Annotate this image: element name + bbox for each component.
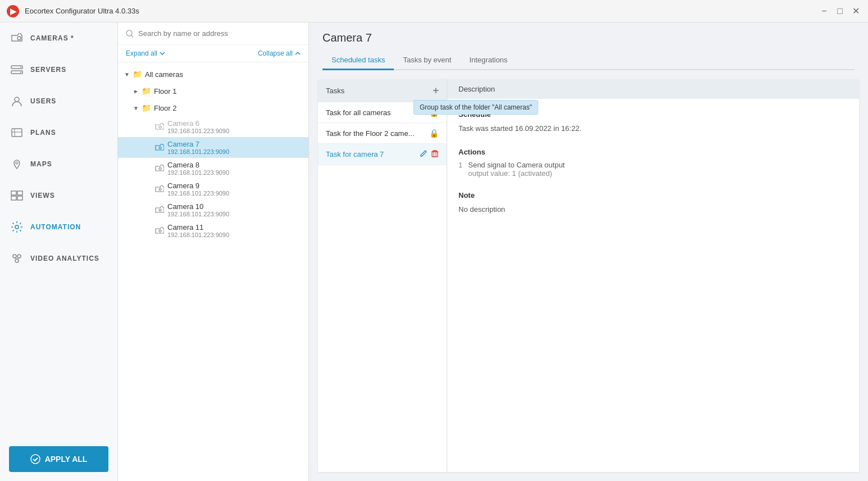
node-name-camera6: Camera 6 — [167, 119, 303, 128]
node-name-camera10: Camera 10 — [167, 202, 303, 211]
tab-scheduled-tasks[interactable]: Scheduled tasks — [322, 51, 394, 70]
svg-line-18 — [17, 258, 19, 259]
desc-section-actions: Actions 1 Send signal to Camera output o… — [458, 148, 848, 178]
task-item-camera7[interactable]: Task for camera 7 — [318, 144, 447, 165]
actions-title: Actions — [458, 148, 848, 156]
tree-panel: Expand all Collapse all ▼ 📁 All cameras — [118, 22, 309, 481]
svg-rect-9 — [11, 191, 16, 195]
desc-header: Description — [447, 79, 859, 99]
views-label: VIEWS — [30, 192, 55, 199]
svg-point-26 — [159, 209, 161, 211]
expand-all-label: Expand all — [126, 49, 157, 57]
tree-node-camera11[interactable]: Camera 11 192.168.101.223:9090 — [118, 220, 308, 241]
tree-actions: Expand all Collapse all — [118, 45, 308, 62]
sidebar-item-servers[interactable]: SERVERS — [0, 54, 117, 85]
app-title: Eocortex Configurator Ultra 4.0.33s — [25, 7, 813, 15]
node-name-floor2: Floor 2 — [154, 104, 303, 112]
tree-node-camera7[interactable]: Camera 7 192.168.101.223:9090 — [118, 137, 308, 158]
task-list-header: Tasks + — [318, 79, 447, 102]
sidebar-item-plans[interactable]: PLANS — [0, 117, 117, 148]
apply-all-label: APPLY ALL — [45, 455, 88, 464]
cameras-label: CAMERAS * — [30, 34, 74, 42]
expand-all-button[interactable]: Expand all — [126, 49, 165, 57]
minimize-button[interactable]: − — [819, 6, 830, 17]
node-name-camera11: Camera 11 — [167, 223, 303, 232]
expand-chevron-icon — [160, 51, 165, 56]
close-button[interactable]: ✕ — [850, 6, 861, 17]
tabs: Scheduled tasks Tasks by event Integrati… — [322, 51, 855, 70]
task-item-floor2[interactable]: Task for the Floor 2 came... 🔒 — [318, 123, 447, 144]
toggle-camera11 — [145, 226, 154, 235]
tree-node-all-cameras[interactable]: ▼ 📁 All cameras — [118, 66, 308, 83]
tree-node-floor1[interactable]: ► 📁 Floor 1 — [118, 83, 308, 99]
search-bar — [118, 22, 308, 45]
action-item-1: 1 Send signal to Camera output output va… — [458, 161, 848, 178]
svg-rect-5 — [12, 129, 22, 137]
collapse-all-button[interactable]: Collapse all — [258, 49, 301, 57]
svg-point-19 — [31, 455, 40, 464]
node-ip-camera10: 192.168.101.223:9090 — [167, 211, 303, 217]
search-input[interactable] — [138, 29, 301, 38]
task-panel: Tasks + Task for all cameras 🔒 Group tas… — [318, 79, 859, 472]
tree-node-camera10[interactable]: Camera 10 192.168.101.223:9090 — [118, 199, 308, 220]
svg-point-2 — [20, 67, 21, 68]
maximize-button[interactable]: □ — [834, 6, 846, 17]
folder-icon-all-cameras: 📁 — [131, 69, 143, 80]
desc-content: Schedule Task was started 16.09.2022 in … — [447, 99, 859, 472]
svg-rect-28 — [432, 152, 438, 157]
svg-rect-11 — [11, 196, 16, 200]
svg-line-21 — [131, 35, 133, 37]
svg-point-24 — [159, 167, 161, 170]
node-ip-camera11: 192.168.101.223:9090 — [167, 232, 303, 238]
sidebar-item-automation[interactable]: AUTOMATION — [0, 211, 117, 243]
svg-point-16 — [15, 259, 19, 262]
tree-node-camera6[interactable]: Camera 6 192.168.101.223:9090 — [118, 116, 308, 137]
toggle-all-cameras[interactable]: ▼ — [122, 70, 131, 79]
tasks-label: Tasks — [326, 87, 344, 95]
delete-task-button[interactable] — [431, 149, 439, 159]
page-title: Camera 7 — [322, 31, 855, 44]
lock-icon-floor2: 🔒 — [429, 129, 439, 138]
tab-integrations[interactable]: Integrations — [460, 51, 516, 70]
action-detail-text: output value: 1 (activated) — [468, 169, 565, 178]
camera11-icon — [154, 225, 165, 237]
tree-node-camera8[interactable]: Camera 8 192.168.101.223:9090 — [118, 158, 308, 179]
users-label: USERS — [30, 97, 56, 105]
svg-point-3 — [20, 72, 21, 73]
sidebar-item-views[interactable]: VIEWS — [0, 180, 117, 211]
sidebar-item-maps[interactable]: MAPS — [0, 148, 117, 180]
toggle-camera6 — [145, 122, 154, 131]
task-name-camera7: Task for camera 7 — [326, 150, 420, 158]
tree-node-camera9[interactable]: Camera 9 192.168.101.223:9090 — [118, 179, 308, 199]
camera10-icon — [154, 205, 165, 216]
svg-point-8 — [16, 162, 18, 164]
task-item-all-cameras[interactable]: Task for all cameras 🔒 Group task of the… — [318, 102, 447, 123]
content-area: Camera 7 Scheduled tasks Tasks by event … — [309, 22, 868, 481]
folder-icon-floor2: 📁 — [140, 102, 152, 114]
task-item-actions-camera7 — [420, 149, 439, 159]
toggle-floor2[interactable]: ▼ — [131, 103, 140, 112]
add-task-button[interactable]: + — [433, 85, 439, 97]
note-text: No description — [458, 204, 848, 215]
sidebar-item-cameras[interactable]: CAMERAS * — [0, 22, 117, 54]
tooltip-group-task: Group task of the folder "All cameras" — [413, 100, 538, 115]
collapse-chevron-icon — [295, 51, 301, 56]
sidebar-item-users[interactable]: USERS — [0, 85, 117, 117]
video-analytics-icon — [10, 252, 24, 265]
toggle-floor1[interactable]: ► — [131, 87, 140, 96]
node-ip-camera9: 192.168.101.223:9090 — [167, 190, 303, 197]
automation-label: AUTOMATION — [30, 223, 81, 231]
toggle-camera10 — [145, 206, 154, 215]
users-icon — [10, 94, 24, 108]
tab-tasks-by-event[interactable]: Tasks by event — [394, 51, 460, 70]
node-name-camera7: Camera 7 — [167, 140, 303, 148]
apply-all-button[interactable]: APPLY ALL — [9, 446, 108, 472]
edit-task-button[interactable] — [420, 149, 428, 159]
tree-node-floor2[interactable]: ▼ 📁 Floor 2 — [118, 99, 308, 116]
sidebar-item-video-analytics[interactable]: VIDEO ANALYTICS — [0, 243, 117, 274]
svg-point-23 — [159, 147, 161, 149]
folder-icon-floor1: 📁 — [140, 85, 152, 97]
search-icon — [126, 30, 134, 38]
node-name-all-cameras: All cameras — [145, 70, 303, 79]
action-num-1: 1 — [458, 161, 462, 178]
